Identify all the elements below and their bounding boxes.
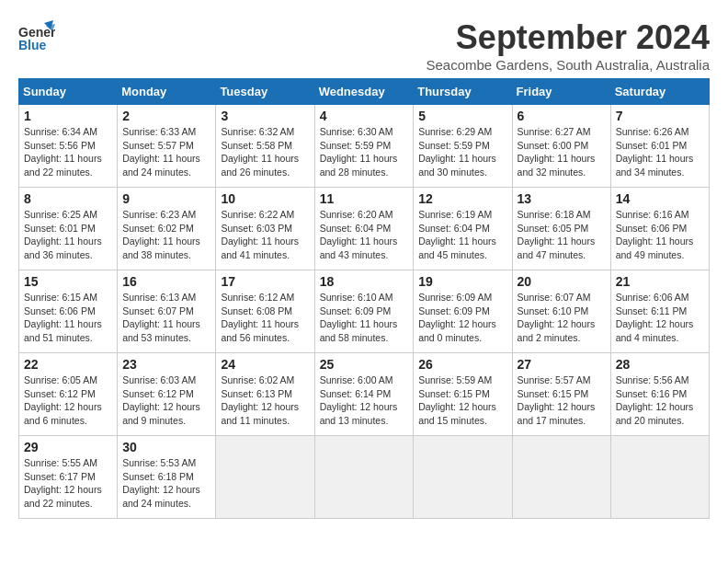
week-row: 1Sunrise: 6:34 AMSunset: 5:56 PMDaylight… (19, 105, 710, 188)
calendar-day: 28Sunrise: 5:56 AMSunset: 6:16 PMDayligh… (610, 353, 709, 436)
calendar-day: 12Sunrise: 6:19 AMSunset: 6:04 PMDayligh… (414, 188, 512, 270)
day-info: Sunrise: 6:19 AMSunset: 6:04 PMDaylight:… (418, 208, 506, 262)
day-number: 30 (122, 440, 210, 454)
calendar-day: 27Sunrise: 5:57 AMSunset: 6:15 PMDayligh… (512, 353, 610, 436)
calendar-day: 20Sunrise: 6:07 AMSunset: 6:10 PMDayligh… (512, 270, 610, 353)
day-header-monday: Monday (118, 79, 216, 105)
day-number: 12 (418, 191, 506, 206)
calendar-day: 5Sunrise: 6:29 AMSunset: 5:59 PMDaylight… (414, 105, 512, 188)
calendar-day: 22Sunrise: 6:05 AMSunset: 6:12 PMDayligh… (19, 353, 118, 436)
month-title: September 2024 (426, 18, 710, 57)
day-number: 23 (122, 357, 210, 372)
day-info: Sunrise: 6:09 AMSunset: 6:09 PMDaylight:… (418, 291, 506, 345)
day-header-tuesday: Tuesday (216, 79, 314, 105)
calendar-day: 17Sunrise: 6:12 AMSunset: 6:08 PMDayligh… (216, 270, 314, 353)
day-info: Sunrise: 6:23 AMSunset: 6:02 PMDaylight:… (122, 208, 210, 262)
calendar-table: SundayMondayTuesdayWednesdayThursdayFrid… (18, 78, 710, 519)
calendar-day: 4Sunrise: 6:30 AMSunset: 5:59 PMDaylight… (314, 105, 414, 188)
day-number: 28 (616, 357, 704, 372)
week-row: 15Sunrise: 6:15 AMSunset: 6:06 PMDayligh… (19, 270, 710, 353)
day-info: Sunrise: 5:59 AMSunset: 6:15 PMDaylight:… (418, 373, 506, 428)
day-number: 20 (518, 274, 606, 289)
calendar-day: 9Sunrise: 6:23 AMSunset: 6:02 PMDaylight… (118, 188, 216, 270)
day-info: Sunrise: 6:18 AMSunset: 6:05 PMDaylight:… (518, 208, 606, 262)
calendar-day (610, 436, 709, 519)
day-info: Sunrise: 6:07 AMSunset: 6:10 PMDaylight:… (518, 291, 606, 345)
day-info: Sunrise: 5:53 AMSunset: 6:18 PMDaylight:… (122, 456, 210, 511)
calendar-day: 24Sunrise: 6:02 AMSunset: 6:13 PMDayligh… (216, 353, 314, 436)
calendar-day: 26Sunrise: 5:59 AMSunset: 6:15 PMDayligh… (414, 353, 512, 436)
calendar-day: 10Sunrise: 6:22 AMSunset: 6:03 PMDayligh… (216, 188, 314, 270)
calendar-day: 14Sunrise: 6:16 AMSunset: 6:06 PMDayligh… (610, 188, 709, 270)
calendar-day: 3Sunrise: 6:32 AMSunset: 5:58 PMDaylight… (216, 105, 314, 188)
day-number: 16 (122, 274, 210, 289)
week-row: 8Sunrise: 6:25 AMSunset: 6:01 PMDaylight… (19, 188, 710, 270)
day-number: 4 (320, 109, 409, 123)
day-header-wednesday: Wednesday (314, 79, 414, 105)
day-header-friday: Friday (512, 79, 610, 105)
day-info: Sunrise: 6:34 AMSunset: 5:56 PMDaylight:… (24, 125, 112, 179)
calendar-day: 25Sunrise: 6:00 AMSunset: 6:14 PMDayligh… (314, 353, 414, 436)
day-number: 1 (24, 109, 112, 123)
day-number: 27 (518, 357, 606, 372)
logo-icon: General Blue (18, 18, 55, 59)
day-info: Sunrise: 6:27 AMSunset: 6:00 PMDaylight:… (518, 125, 606, 179)
calendar-day: 29Sunrise: 5:55 AMSunset: 6:17 PMDayligh… (19, 436, 118, 519)
day-number: 5 (418, 109, 506, 123)
calendar-day: 2Sunrise: 6:33 AMSunset: 5:57 PMDaylight… (118, 105, 216, 188)
calendar-day: 21Sunrise: 6:06 AMSunset: 6:11 PMDayligh… (610, 270, 709, 353)
day-number: 25 (320, 357, 409, 372)
calendar-day: 8Sunrise: 6:25 AMSunset: 6:01 PMDaylight… (19, 188, 118, 270)
calendar-day: 6Sunrise: 6:27 AMSunset: 6:00 PMDaylight… (512, 105, 610, 188)
day-info: Sunrise: 6:16 AMSunset: 6:06 PMDaylight:… (616, 208, 704, 262)
day-info: Sunrise: 6:30 AMSunset: 5:59 PMDaylight:… (320, 125, 409, 179)
day-info: Sunrise: 6:12 AMSunset: 6:08 PMDaylight:… (221, 291, 309, 345)
day-info: Sunrise: 5:56 AMSunset: 6:16 PMDaylight:… (616, 373, 704, 428)
day-header-saturday: Saturday (610, 79, 709, 105)
day-info: Sunrise: 6:25 AMSunset: 6:01 PMDaylight:… (24, 208, 112, 262)
day-info: Sunrise: 6:15 AMSunset: 6:06 PMDaylight:… (24, 291, 112, 345)
week-row: 29Sunrise: 5:55 AMSunset: 6:17 PMDayligh… (19, 436, 710, 519)
day-number: 11 (320, 191, 409, 206)
calendar-day (314, 436, 414, 519)
day-number: 3 (221, 109, 309, 123)
day-info: Sunrise: 6:13 AMSunset: 6:07 PMDaylight:… (122, 291, 210, 345)
day-number: 22 (24, 357, 112, 372)
calendar-day: 18Sunrise: 6:10 AMSunset: 6:09 PMDayligh… (314, 270, 414, 353)
day-number: 9 (122, 191, 210, 206)
calendar-day: 16Sunrise: 6:13 AMSunset: 6:07 PMDayligh… (118, 270, 216, 353)
week-row: 22Sunrise: 6:05 AMSunset: 6:12 PMDayligh… (19, 353, 710, 436)
day-info: Sunrise: 6:02 AMSunset: 6:13 PMDaylight:… (221, 373, 309, 428)
calendar-day (512, 436, 610, 519)
day-number: 29 (24, 440, 112, 454)
day-info: Sunrise: 6:20 AMSunset: 6:04 PMDaylight:… (320, 208, 409, 262)
day-number: 8 (24, 191, 112, 206)
day-number: 15 (24, 274, 112, 289)
day-info: Sunrise: 5:55 AMSunset: 6:17 PMDaylight:… (24, 456, 112, 511)
logo: General Blue (18, 18, 55, 59)
calendar-day: 30Sunrise: 5:53 AMSunset: 6:18 PMDayligh… (118, 436, 216, 519)
day-info: Sunrise: 6:06 AMSunset: 6:11 PMDaylight:… (616, 291, 704, 345)
day-info: Sunrise: 6:03 AMSunset: 6:12 PMDaylight:… (122, 373, 210, 428)
day-info: Sunrise: 6:33 AMSunset: 5:57 PMDaylight:… (122, 125, 210, 179)
calendar-day: 23Sunrise: 6:03 AMSunset: 6:12 PMDayligh… (118, 353, 216, 436)
day-info: Sunrise: 6:10 AMSunset: 6:09 PMDaylight:… (320, 291, 409, 345)
day-number: 19 (418, 274, 506, 289)
day-number: 6 (518, 109, 606, 123)
calendar-day (414, 436, 512, 519)
day-header-sunday: Sunday (19, 79, 118, 105)
calendar-day (216, 436, 314, 519)
calendar-day: 11Sunrise: 6:20 AMSunset: 6:04 PMDayligh… (314, 188, 414, 270)
day-info: Sunrise: 5:57 AMSunset: 6:15 PMDaylight:… (518, 373, 606, 428)
day-number: 24 (221, 357, 309, 372)
day-number: 13 (518, 191, 606, 206)
calendar-day: 1Sunrise: 6:34 AMSunset: 5:56 PMDaylight… (19, 105, 118, 188)
day-number: 14 (616, 191, 704, 206)
day-number: 21 (616, 274, 704, 289)
day-info: Sunrise: 6:05 AMSunset: 6:12 PMDaylight:… (24, 373, 112, 428)
calendar-day: 15Sunrise: 6:15 AMSunset: 6:06 PMDayligh… (19, 270, 118, 353)
header: General Blue September 2024 Seacombe Gar… (18, 18, 710, 73)
day-number: 7 (616, 109, 704, 123)
day-info: Sunrise: 6:29 AMSunset: 5:59 PMDaylight:… (418, 125, 506, 179)
calendar-day: 13Sunrise: 6:18 AMSunset: 6:05 PMDayligh… (512, 188, 610, 270)
